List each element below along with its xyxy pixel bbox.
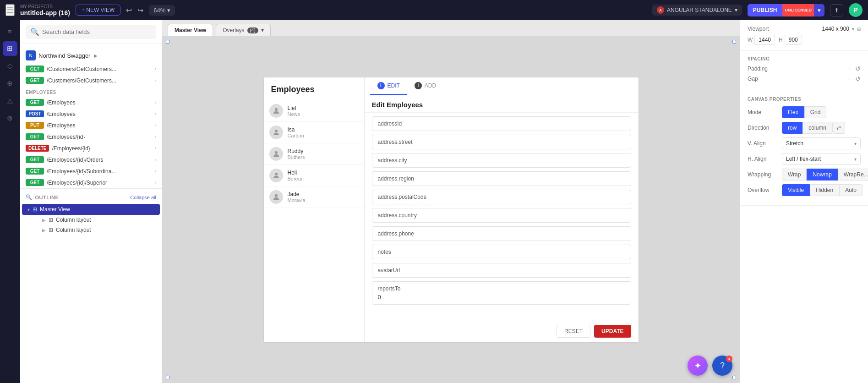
sidebar-settings-btn[interactable]: ⊗	[3, 111, 17, 126]
endpoint-employees-post[interactable]: POST /Employees ›	[20, 108, 162, 120]
share-button[interactable]: ⬆	[830, 4, 843, 16]
viewport-chevron-icon[interactable]: ▾	[852, 27, 854, 32]
collapse-all-button[interactable]: Collapse all	[130, 195, 156, 200]
field-address-country[interactable]: address.country	[372, 208, 631, 223]
column-direction-button[interactable]: column	[802, 122, 832, 134]
layout-icon: ⊞	[49, 227, 53, 233]
endpoint-employees-id-get[interactable]: GET /Employees/{id} ›	[20, 131, 162, 142]
endpoint-arrow-icon: ›	[155, 100, 156, 105]
endpoint-employees-superior[interactable]: GET /Employees/{id}/Superior ›	[20, 177, 162, 188]
employee-row-ruddy[interactable]: Ruddy Buthers	[264, 143, 364, 165]
endpoint-customers-2[interactable]: GET /Customers/GetCustomers... ›	[20, 75, 162, 86]
outline-master-view[interactable]: ▾ ⊞ Master View	[22, 204, 160, 215]
field-notes[interactable]: notes	[372, 245, 631, 259]
direction-swap-button[interactable]: ⇄	[832, 122, 845, 134]
reset-button[interactable]: RESET	[557, 325, 590, 338]
sidebar-layers-btn[interactable]: ≡	[3, 24, 17, 38]
edit-tab[interactable]: i EDIT	[370, 77, 407, 95]
endpoint-employees-get[interactable]: GET /Employees ›	[20, 97, 162, 108]
viewport-label: Viewport	[748, 26, 769, 32]
halign-select[interactable]: Left / flex-start ▾	[782, 153, 861, 165]
sidebar-triangle-btn[interactable]: △	[3, 93, 17, 108]
hidden-overflow-button[interactable]: Hidden	[810, 184, 839, 196]
endpoint-arrow-icon: ›	[155, 123, 156, 128]
props-panel: Viewport 1440 x 900 ▾ ⊞ W 1440 H 900	[740, 20, 868, 383]
endpoint-employees-id-delete[interactable]: DELETE /Employees/{id} ›	[20, 142, 162, 154]
sidebar-components-btn[interactable]: ⊞	[3, 41, 17, 56]
zoom-chevron-icon: ▾	[167, 7, 170, 14]
endpoint-employees-put[interactable]: PUT /Employees ›	[20, 120, 162, 131]
help-button[interactable]: ? ●	[712, 356, 732, 376]
field-address-city[interactable]: address.city	[372, 153, 631, 168]
search-input[interactable]	[42, 28, 152, 35]
framework-selector[interactable]: A ANGULAR STANDALONE ▾	[652, 5, 742, 16]
undo-button[interactable]: ↩	[126, 6, 132, 15]
field-address-phone[interactable]: address.phone	[372, 226, 631, 241]
edit-form-fields: addressId address.street address.city ad…	[365, 113, 639, 320]
method-badge-get: GET	[26, 77, 44, 84]
data-source-header[interactable]: N Northwind Swagger ▶	[20, 48, 162, 63]
field-address-postalcode[interactable]: address.postalCode	[372, 190, 631, 204]
endpoint-employees-orders[interactable]: GET /Employees/{id}/Orders ›	[20, 154, 162, 165]
endpoint-employees-subordinate[interactable]: GET /Employees/{id}/Subordina... ›	[20, 165, 162, 177]
redo-button[interactable]: ↪	[137, 6, 143, 15]
zoom-level: 64%	[153, 7, 165, 14]
nowrap-button[interactable]: Nowrap	[807, 169, 837, 181]
wrap-button[interactable]: Wrap	[782, 169, 807, 181]
gap-sync-icon[interactable]: ↺	[855, 75, 861, 82]
field-addressid[interactable]: addressId	[372, 116, 631, 131]
canvas-props-section: CANVAS PROPERTIES Mode Flex Grid Directi…	[740, 91, 868, 206]
valign-select[interactable]: Stretch ▾	[782, 137, 861, 149]
sidebar-assets-btn[interactable]: ◇	[3, 59, 17, 73]
framework-label: ANGULAR STANDALONE	[667, 7, 732, 13]
new-view-button[interactable]: + NEW VIEW	[76, 5, 120, 16]
field-avatarurl[interactable]: avatarUrl	[372, 263, 631, 278]
flex-mode-button[interactable]: Flex	[782, 106, 804, 118]
app-frame: Employees Lief News	[263, 77, 639, 343]
overflow-label: Overflow	[748, 187, 782, 193]
main-layout: ≡ ⊞ ◇ ⊕ △ ⊗ 🔍 N Northwind Swagger ▶ GET …	[0, 20, 868, 383]
padding-label: Padding	[748, 66, 768, 72]
magic-button[interactable]: ✦	[688, 356, 708, 376]
zoom-control[interactable]: 64% ▾	[149, 5, 175, 16]
outline-header: 🔍 OUTLINE Collapse all	[20, 192, 162, 204]
endpoint-path: /Customers/GetCustomers...	[47, 77, 152, 84]
employee-row-jade[interactable]: Jade Moravia	[264, 186, 364, 208]
svg-point-0	[275, 108, 278, 111]
add-tab[interactable]: i ADD	[407, 77, 443, 95]
viewport-expand-icon[interactable]: ⊞	[857, 27, 861, 32]
row-direction-button[interactable]: row	[782, 122, 802, 134]
menu-button[interactable]: ☰	[5, 4, 15, 16]
overlays-tab[interactable]: Overlays (4) ▾	[216, 24, 271, 36]
employee-row-lief[interactable]: Lief News	[264, 100, 364, 122]
field-reportsto[interactable]: reportsTo 0	[372, 281, 631, 305]
field-address-region[interactable]: address.region	[372, 171, 631, 186]
master-view-tab[interactable]: Master View	[168, 24, 213, 36]
endpoint-arrow-icon: ›	[155, 157, 156, 162]
endpoint-customers-1[interactable]: GET /Customers/GetCustomers... ›	[20, 63, 162, 75]
method-badge-get: GET	[26, 179, 44, 186]
valign-row: V. Align Stretch ▾	[748, 137, 861, 149]
data-search-section: 🔍	[20, 20, 162, 44]
search-wrapper: 🔍	[26, 25, 156, 39]
padding-sync-icon[interactable]: ↺	[855, 65, 861, 72]
data-panel: 🔍 N Northwind Swagger ▶ GET /Customers/G…	[20, 20, 162, 383]
employee-row-heli[interactable]: Heli Berean	[264, 165, 364, 186]
employee-row-isa[interactable]: Isa Carbon	[264, 122, 364, 143]
publish-dropdown-button[interactable]: ▾	[814, 4, 824, 16]
outline-column-layout-2[interactable]: ▶ ⊞ Column layout	[31, 225, 162, 235]
update-button[interactable]: UPDATE	[594, 325, 631, 338]
wrapre-button[interactable]: WrapRe...	[838, 169, 868, 181]
outline-column-layout-1[interactable]: ▶ ⊞ Column layout	[31, 215, 162, 225]
auto-overflow-button[interactable]: Auto	[839, 184, 863, 196]
method-badge-get: GET	[26, 156, 44, 163]
width-value: 1440	[754, 35, 775, 45]
sidebar-add-btn[interactable]: ⊕	[3, 76, 17, 91]
visible-overflow-button[interactable]: Visible	[782, 184, 810, 196]
publish-button[interactable]: PUBLISH	[748, 4, 783, 16]
grid-mode-button[interactable]: Grid	[804, 106, 827, 118]
corner-dot-tl	[166, 40, 169, 44]
field-address-street[interactable]: address.street	[372, 135, 631, 149]
search-icon-outline: 🔍	[26, 194, 33, 200]
employee-avatar	[269, 147, 283, 161]
